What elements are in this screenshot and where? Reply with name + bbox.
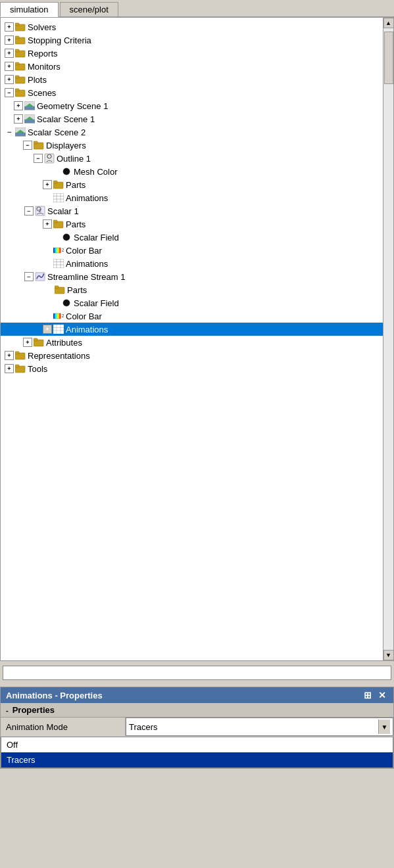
tree-item-attributes[interactable]: + Attributes xyxy=(1,336,383,349)
tree-item-animations-2[interactable]: Animations xyxy=(1,257,383,270)
label-solvers: Solvers xyxy=(28,22,56,32)
tree-item-scalar-1[interactable]: − 2 Scalar 1 xyxy=(1,204,383,217)
expand-btn-reports[interactable]: + xyxy=(5,49,14,58)
tree-item-color-bar-1[interactable]: 2 Color Bar xyxy=(1,244,383,257)
label-animations-3: Animations xyxy=(66,325,108,334)
properties-title: Animations - Properties xyxy=(6,691,103,700)
expand-btn-animations-3[interactable]: + xyxy=(43,325,52,334)
label-reports: Reports xyxy=(28,49,58,58)
expand-btn-parts-1[interactable]: + xyxy=(43,180,52,189)
expand-btn-solvers[interactable]: + xyxy=(5,22,14,32)
tree-item-representations[interactable]: + Representations xyxy=(1,349,383,362)
svg-rect-28 xyxy=(53,193,64,202)
section-label: Properties xyxy=(12,705,55,715)
tree-item-outline-1[interactable]: − Outline 1 xyxy=(1,152,383,165)
tree-item-animations-1[interactable]: Animations xyxy=(1,191,383,204)
dropdown-option-off[interactable]: Off xyxy=(1,737,393,752)
tree-item-parts-2[interactable]: + Parts xyxy=(1,217,383,231)
label-color-bar-1: Color Bar xyxy=(66,246,102,256)
scroll-thumb[interactable] xyxy=(384,32,393,84)
tree-item-parts-1[interactable]: + Parts xyxy=(1,178,383,191)
tree-item-plots[interactable]: + Plots xyxy=(1,73,383,86)
scalar-icon: 2 xyxy=(35,206,45,216)
close-icon-btn[interactable]: ✕ xyxy=(376,690,388,700)
animation-mode-dropdown[interactable]: Tracers ▼ xyxy=(126,718,393,736)
tree-item-mesh-color[interactable]: Mesh Color xyxy=(1,165,383,178)
svg-rect-27 xyxy=(53,181,57,183)
animation-mode-display[interactable]: Tracers ▼ xyxy=(126,718,393,736)
tree-item-tools[interactable]: + Tools xyxy=(1,362,383,375)
label-parts-1: Parts xyxy=(66,180,86,190)
tab-scene-plot[interactable]: scene/plot xyxy=(60,2,118,16)
properties-header: Animations - Properties ⊞ ✕ xyxy=(1,687,393,703)
outline-icon xyxy=(44,153,55,164)
expand-btn-monitors[interactable]: + xyxy=(5,62,14,71)
expand-btn-outline-1[interactable]: − xyxy=(34,154,43,163)
tree-item-scenes[interactable]: − Scenes xyxy=(1,86,383,99)
label-scalar-1: Scalar 1 xyxy=(47,206,79,216)
label-representations: Representations xyxy=(28,351,90,361)
expand-btn-scenes[interactable]: − xyxy=(5,88,14,97)
expand-btn-plots[interactable]: + xyxy=(5,75,14,84)
folder-icon-representations xyxy=(15,350,26,361)
search-input[interactable] xyxy=(3,666,391,680)
section-toggle[interactable]: - xyxy=(6,706,9,714)
tree-item-monitors[interactable]: + Monitors xyxy=(1,60,383,73)
svg-rect-41 xyxy=(53,259,64,268)
tree-item-streamline-1[interactable]: − Streamline Stream 1 xyxy=(1,270,383,283)
folder-icon-monitors xyxy=(15,61,26,72)
pin-icon-btn[interactable]: ⊞ xyxy=(362,690,374,700)
dropdown-option-tracers[interactable]: Tracers xyxy=(1,752,393,767)
tree-item-scalar-field-1[interactable]: Scalar Field xyxy=(1,231,383,244)
tree-item-scalar-scene-1[interactable]: + Scalar Scene 1 xyxy=(1,112,383,126)
tree-item-geometry-scene-1[interactable]: + Geometry Scene 1 xyxy=(1,99,383,112)
expand-btn-parts-2[interactable]: + xyxy=(43,219,52,229)
dropdown-arrow[interactable]: ▼ xyxy=(378,720,390,734)
expand-btn-representations[interactable]: + xyxy=(5,351,14,360)
svg-rect-59 xyxy=(34,338,37,341)
label-scalar-field-2: Scalar Field xyxy=(74,298,119,308)
properties-panel: Animations - Properties ⊞ ✕ - Properties… xyxy=(0,687,394,769)
scene-icon-scalar-2 xyxy=(15,127,26,137)
animation-mode-row: Animation Mode Tracers ▼ xyxy=(1,718,393,737)
scroll-up-btn[interactable]: ▲ xyxy=(383,18,394,28)
tree-item-animations-3[interactable]: + Animations xyxy=(1,323,383,336)
main-container: simulation scene/plot + Solvers + St xyxy=(0,0,394,868)
tree-item-stopping-criteria[interactable]: + Stopping Criteria xyxy=(1,34,383,47)
expand-btn-displayers[interactable]: − xyxy=(23,141,32,150)
svg-rect-61 xyxy=(15,352,19,354)
label-outline-1: Outline 1 xyxy=(57,154,91,164)
label-mesh-color: Mesh Color xyxy=(74,167,117,177)
tree-item-scalar-field-2[interactable]: Scalar Field xyxy=(1,296,383,309)
tree-item-displayers[interactable]: − Displayers xyxy=(1,139,383,152)
expand-btn-geometry-scene-1[interactable]: + xyxy=(14,101,23,110)
svg-rect-16 xyxy=(24,120,35,123)
svg-rect-11 xyxy=(15,89,19,91)
grid-icon-animations-1 xyxy=(53,193,64,203)
properties-section: - Properties Animation Mode Tracers ▼ Of… xyxy=(1,703,393,768)
svg-text:2: 2 xyxy=(62,248,64,252)
scroll-track[interactable] xyxy=(383,28,393,650)
tree-item-reports[interactable]: + Reports xyxy=(1,47,383,60)
tree-scrollbar[interactable]: ▲ ▼ xyxy=(383,18,393,660)
tab-bar: simulation scene/plot xyxy=(0,0,394,17)
svg-rect-22 xyxy=(34,141,37,144)
tree-item-solvers[interactable]: + Solvers xyxy=(1,20,383,34)
expand-btn-stopping-criteria[interactable]: + xyxy=(5,35,14,45)
tree-item-color-bar-2[interactable]: 2 Color Bar xyxy=(1,309,383,323)
svg-point-25 xyxy=(63,168,70,175)
scroll-down-btn[interactable]: ▼ xyxy=(383,650,394,660)
expand-btn-tools[interactable]: + xyxy=(5,364,14,373)
scene-icon-geometry xyxy=(24,101,35,111)
expand-btn-scalar-scene-1[interactable]: + xyxy=(14,114,23,124)
header-icons: ⊞ ✕ xyxy=(362,690,388,700)
expand-btn-attributes[interactable]: + xyxy=(23,338,32,347)
label-parts-2: Parts xyxy=(66,219,86,229)
svg-rect-7 xyxy=(15,62,19,65)
tree-item-scalar-scene-2[interactable]: − Scalar Scene 2 xyxy=(1,126,383,139)
folder-icon-parts-1 xyxy=(53,179,64,190)
label-monitors: Monitors xyxy=(28,62,61,72)
svg-point-50 xyxy=(63,300,70,306)
tab-simulation[interactable]: simulation xyxy=(0,2,59,17)
tree-item-parts-3[interactable]: Parts xyxy=(1,283,383,296)
